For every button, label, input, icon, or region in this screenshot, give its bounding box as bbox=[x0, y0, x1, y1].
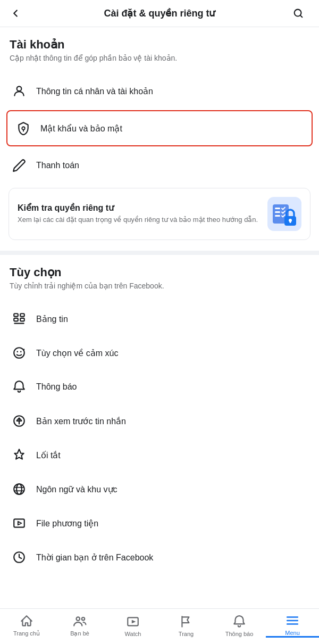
nav-item-friends[interactable]: Bạn bè bbox=[53, 614, 106, 637]
media-label: File phương tiện bbox=[36, 518, 98, 529]
svg-rect-26 bbox=[14, 519, 24, 527]
privacy-card-text: Kiểm tra quyền riêng tư Xem lại các cài … bbox=[18, 203, 260, 225]
svg-point-29 bbox=[77, 617, 80, 621]
shortcuts-label: Lối tắt bbox=[36, 450, 61, 460]
custom-section: Tùy chọn Tùy chỉnh trải nghiệm của bạn t… bbox=[0, 255, 319, 302]
svg-point-22 bbox=[14, 484, 24, 494]
home-nav-icon bbox=[20, 614, 33, 629]
globe-icon bbox=[10, 480, 29, 499]
menu-item-shortcuts[interactable]: Lối tắt bbox=[0, 438, 319, 472]
menu-nav-label: Menu bbox=[285, 630, 300, 636]
clock-icon bbox=[10, 548, 29, 567]
menu-item-message-preview[interactable]: Bản xem trước tin nhắn bbox=[0, 404, 319, 438]
menu-item-payment[interactable]: Thanh toán bbox=[0, 148, 319, 183]
message-preview-icon bbox=[10, 411, 29, 431]
friends-nav-icon bbox=[73, 614, 87, 629]
svg-rect-6 bbox=[275, 208, 280, 209]
pencil-icon bbox=[10, 156, 29, 175]
bell-nav-icon bbox=[232, 614, 246, 629]
nav-item-watch[interactable]: Watch bbox=[106, 614, 160, 637]
menu-item-language[interactable]: Ngôn ngữ và khu vực bbox=[0, 472, 319, 506]
privacy-card-title: Kiểm tra quyền riêng tư bbox=[18, 203, 260, 213]
svg-point-19 bbox=[20, 351, 22, 353]
content-area: Tài khoản Cập nhật thông tin để góp phần… bbox=[0, 27, 319, 617]
svg-point-1 bbox=[17, 86, 22, 91]
menu-item-media[interactable]: File phương tiện bbox=[0, 506, 319, 540]
personal-info-label: Thông tin cá nhân và tài khoản bbox=[36, 86, 153, 96]
payment-label: Thanh toán bbox=[36, 161, 79, 170]
custom-section-subtitle: Tùy chỉnh trải nghiệm của bạn trên Faceb… bbox=[10, 282, 309, 290]
reactions-label: Tùy chọn về cảm xúc bbox=[36, 348, 118, 358]
svg-point-30 bbox=[82, 617, 85, 620]
watch-nav-label: Watch bbox=[125, 631, 141, 637]
password-security-label: Mật khẩu và bảo mật bbox=[40, 123, 122, 134]
privacy-card-subtitle: Xem lại các cài đặt quan trọng về quyền … bbox=[18, 215, 260, 225]
menu-item-reactions[interactable]: Tùy chọn về cảm xúc bbox=[0, 336, 319, 370]
svg-rect-7 bbox=[275, 211, 280, 213]
svg-marker-27 bbox=[18, 522, 22, 525]
account-section-subtitle: Cập nhật thông tin để góp phần bảo vệ tà… bbox=[10, 54, 309, 62]
search-button[interactable] bbox=[292, 7, 309, 19]
custom-section-title: Tùy chọn bbox=[10, 266, 309, 279]
nav-item-notifications[interactable]: Thông báo bbox=[213, 614, 266, 637]
svg-rect-13 bbox=[14, 318, 18, 321]
svg-rect-15 bbox=[20, 318, 24, 321]
menu-nav-icon bbox=[286, 613, 299, 628]
svg-rect-8 bbox=[275, 215, 280, 217]
privacy-check-card[interactable]: Kiểm tra quyền riêng tư Xem lại các cài … bbox=[9, 188, 310, 240]
svg-rect-14 bbox=[20, 313, 24, 316]
section-divider bbox=[0, 251, 319, 255]
watch-nav-icon bbox=[126, 614, 140, 629]
header: Cài đặt & quyền riêng tư bbox=[0, 0, 319, 27]
shield-icon bbox=[14, 119, 33, 138]
home-nav-label: Trang chủ bbox=[13, 630, 40, 637]
account-section: Tài khoản Cập nhật thông tin để góp phần… bbox=[0, 27, 319, 74]
back-button[interactable] bbox=[10, 7, 27, 19]
friends-nav-label: Bạn bè bbox=[70, 630, 89, 637]
menu-item-personal-info[interactable]: Thông tin cá nhân và tài khoản bbox=[0, 74, 319, 108]
privacy-card-image bbox=[267, 197, 301, 231]
svg-point-23 bbox=[16, 484, 22, 494]
menu-item-time[interactable]: Thời gian bạn ở trên Facebook bbox=[0, 540, 319, 574]
time-label: Thời gian bạn ở trên Facebook bbox=[36, 552, 153, 563]
bell-icon bbox=[10, 377, 29, 397]
feed-icon bbox=[10, 309, 29, 328]
page-title: Cài đặt & quyền riêng tư bbox=[27, 7, 292, 19]
nav-item-menu[interactable]: Menu bbox=[266, 613, 319, 638]
flag-nav-icon bbox=[179, 614, 193, 629]
notifications-nav-label: Thông báo bbox=[225, 631, 254, 637]
news-feed-label: Bảng tin bbox=[36, 314, 68, 324]
pages-nav-label: Trang bbox=[179, 631, 194, 637]
svg-point-17 bbox=[14, 348, 24, 358]
person-icon bbox=[10, 81, 29, 101]
nav-item-pages[interactable]: Trang bbox=[160, 614, 213, 637]
account-section-title: Tài khoản bbox=[10, 38, 309, 52]
menu-item-password-security[interactable]: Mật khẩu và bảo mật bbox=[6, 110, 313, 146]
svg-rect-16 bbox=[14, 323, 24, 324]
bottom-navigation: Trang chủ Bạn bè Watch bbox=[0, 608, 319, 644]
menu-item-notifications[interactable]: Thông báo bbox=[0, 370, 319, 404]
pin-icon bbox=[10, 445, 29, 465]
language-label: Ngôn ngữ và khu vực bbox=[36, 484, 117, 494]
notifications-label: Thông báo bbox=[36, 382, 77, 392]
menu-item-news-feed[interactable]: Bảng tin bbox=[0, 302, 319, 336]
message-preview-label: Bản xem trước tin nhắn bbox=[36, 416, 126, 426]
nav-item-home[interactable]: Trang chủ bbox=[0, 614, 53, 637]
svg-marker-32 bbox=[132, 620, 136, 623]
svg-rect-11 bbox=[290, 220, 291, 223]
svg-rect-12 bbox=[14, 313, 18, 316]
svg-point-18 bbox=[16, 351, 18, 353]
media-icon bbox=[10, 514, 29, 533]
emoji-icon bbox=[10, 343, 29, 362]
